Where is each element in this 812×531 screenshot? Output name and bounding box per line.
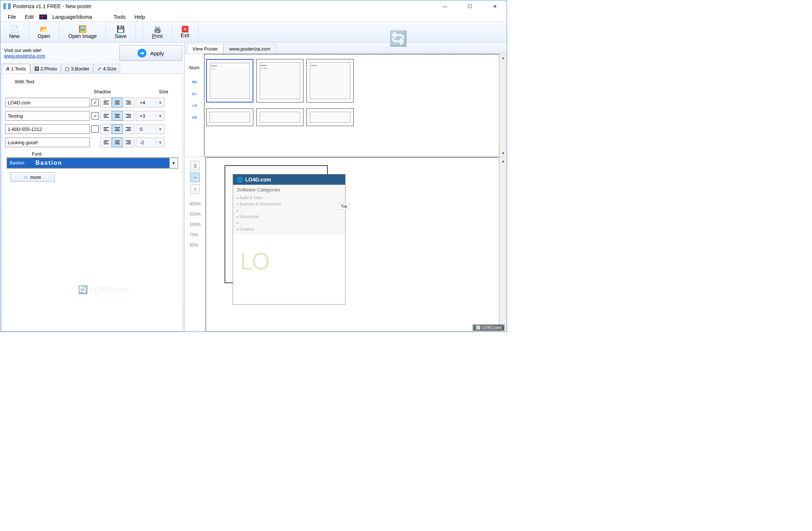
align-right-button[interactable]	[123, 111, 134, 121]
menu-edit[interactable]: Edit	[21, 13, 38, 21]
thumbnail[interactable]: ...	[206, 108, 253, 126]
visit-block: Visit our web site! www.posteriza.com	[4, 48, 119, 59]
print-button[interactable]: 🖨️Print	[143, 22, 172, 42]
titlebar: Posteriza v1.1 FREE - New poster — ☐ ✕	[0, 0, 507, 12]
align-right-button[interactable]	[123, 138, 134, 147]
tab-texts[interactable]: A1.Texts	[2, 64, 30, 73]
zoom-level[interactable]: 200%	[190, 212, 201, 217]
thumbnail-area: Num ⇚ ⇐ ⇒ ⇛ ▬▬LO ▬▬R SA ▬▬... ... ... ..…	[185, 54, 507, 157]
menubar: File Edit Language/Idioma Tools Help	[0, 12, 507, 22]
column-headers: Shadow Size	[5, 89, 180, 94]
align-left-button[interactable]	[101, 124, 112, 134]
fit-page-button[interactable]: ▯	[190, 161, 200, 170]
align-group	[100, 137, 134, 148]
thumbnail[interactable]: ▬▬...	[306, 59, 354, 103]
chevron-down-icon: ▼	[170, 158, 178, 168]
thumbnail[interactable]: ...	[256, 108, 303, 126]
menu-language[interactable]: Language/Idioma	[49, 13, 96, 21]
tab-website[interactable]: www.posteriza.com	[223, 44, 276, 53]
scrollbar[interactable]: ▲ ▼	[499, 54, 507, 157]
thumbnail[interactable]: ...	[306, 108, 354, 126]
watermark-top: 🔄 LO4D.com	[389, 30, 481, 47]
close-button[interactable]: ✕	[487, 1, 502, 11]
first-icon[interactable]: ⇚	[192, 78, 197, 86]
next-icon[interactable]: ⇒	[192, 101, 197, 110]
font-select[interactable]: Bastion Bastion ▼	[7, 157, 178, 169]
menu-file[interactable]: File	[4, 13, 20, 21]
save-icon: 💾	[117, 25, 125, 33]
fit-width-button[interactable]: ↔	[190, 173, 200, 182]
scroll-up-icon[interactable]: ▲	[500, 54, 507, 61]
footer-watermark: 🔄 LO4D.com	[473, 324, 504, 331]
chevron-down-icon: ▼	[156, 114, 164, 118]
shadow-checkbox[interactable]: ✓	[91, 112, 99, 119]
zoom-controls: ▯ ↔ ↕ 400%200%100%75%50%	[185, 157, 205, 332]
prev-icon[interactable]: ⇐	[192, 90, 197, 98]
align-right-button[interactable]	[123, 98, 134, 107]
size-select[interactable]: +4▼	[136, 98, 164, 107]
align-left-button[interactable]	[101, 138, 112, 147]
size-select[interactable]: +3▼	[136, 111, 164, 121]
zoom-level[interactable]: 100%	[190, 222, 201, 227]
open-image-button[interactable]: 🖼️Open Image	[59, 22, 106, 42]
size-select[interactable]: 0▼	[136, 124, 164, 134]
scroll-up-icon[interactable]: ▲	[500, 157, 507, 164]
tab-view-poster[interactable]: View Poster	[187, 44, 223, 53]
align-center-button[interactable]	[112, 111, 123, 121]
website-link[interactable]: www.posteriza.com	[4, 53, 45, 59]
zoom-level[interactable]: 400%	[190, 201, 201, 206]
last-icon[interactable]: ⇛	[192, 113, 197, 121]
new-button[interactable]: 📄New	[0, 22, 29, 42]
lo4d-banner: 🌐 LO4D.com	[233, 174, 345, 185]
thumb-nav: Num ⇚ ⇐ ⇒ ⇛	[185, 54, 204, 157]
num-label: Num	[189, 65, 199, 70]
zoom-level[interactable]: 75%	[190, 232, 201, 237]
text-input[interactable]	[5, 98, 90, 107]
minimize-button[interactable]: —	[437, 1, 452, 11]
zoom-level[interactable]: 50%	[190, 243, 201, 248]
more-button[interactable]: ➪ more	[10, 172, 55, 182]
category-item: ▸	[237, 220, 341, 226]
open-button[interactable]: 📂Open	[29, 22, 59, 42]
scrollbar[interactable]: ▲ ▼	[499, 157, 507, 332]
folder-icon: 📂	[40, 25, 48, 33]
toolbar: 📄New 📂Open 🖼️Open Image 💾Save 🖨️Print ✕E…	[0, 22, 507, 42]
menu-help[interactable]: Help	[131, 13, 149, 21]
thumbnail[interactable]: ▬▬R SA	[256, 59, 303, 103]
align-left-button[interactable]	[101, 98, 112, 107]
align-center-button[interactable]	[112, 138, 123, 147]
size-select[interactable]: -2▼	[136, 138, 164, 147]
font-name: Bastion	[10, 160, 24, 166]
tab-size[interactable]: ⤢4.Size	[93, 64, 120, 73]
scroll-down-icon[interactable]: ▼	[500, 149, 507, 157]
preview-area: ▯ ↔ ↕ 400%200%100%75%50% 🌐 LO4D.com Soft…	[185, 157, 507, 332]
property-tabs: A1.Texts 🖼2.Photo ▢3.Border ⤢4.Size	[2, 64, 184, 73]
menu-tools[interactable]: Tools	[110, 13, 129, 21]
text-input[interactable]	[5, 111, 90, 121]
preview-canvas[interactable]: 🌐 LO4D.com Software Categories ▸ Audio &…	[205, 157, 499, 332]
align-left-button[interactable]	[101, 111, 112, 121]
align-group	[100, 111, 134, 121]
align-center-button[interactable]	[112, 98, 123, 107]
fit-height-button[interactable]: ↕	[190, 184, 200, 194]
save-button[interactable]: 💾Save	[106, 22, 136, 42]
shadow-checkbox[interactable]: ✓	[91, 99, 99, 106]
shadow-checkbox[interactable]	[91, 125, 99, 133]
maximize-button[interactable]: ☐	[462, 1, 477, 11]
tab-border[interactable]: ▢3.Border	[61, 64, 93, 73]
tab-photo[interactable]: 🖼2.Photo	[30, 64, 61, 73]
size-icon: ⤢	[97, 66, 101, 72]
right-panel: View Poster www.posteriza.com Num ⇚ ⇐ ⇒ …	[185, 42, 507, 332]
arrow-right-icon: ➪	[24, 174, 28, 180]
thumbnail[interactable]: ▬▬LO	[206, 59, 253, 103]
shadow-header: Shadow	[94, 89, 111, 94]
text-input[interactable]	[5, 124, 90, 134]
align-right-button[interactable]	[123, 124, 134, 134]
text-input[interactable]	[5, 138, 90, 147]
watermark-left: 🔄 LO4D.com	[78, 285, 129, 295]
text-row: -2▼	[5, 137, 180, 148]
chevron-down-icon: ▼	[156, 101, 164, 105]
exit-button[interactable]: ✕Exit	[172, 22, 198, 42]
apply-button[interactable]: ➜ Apply	[119, 45, 182, 61]
align-center-button[interactable]	[112, 124, 123, 134]
